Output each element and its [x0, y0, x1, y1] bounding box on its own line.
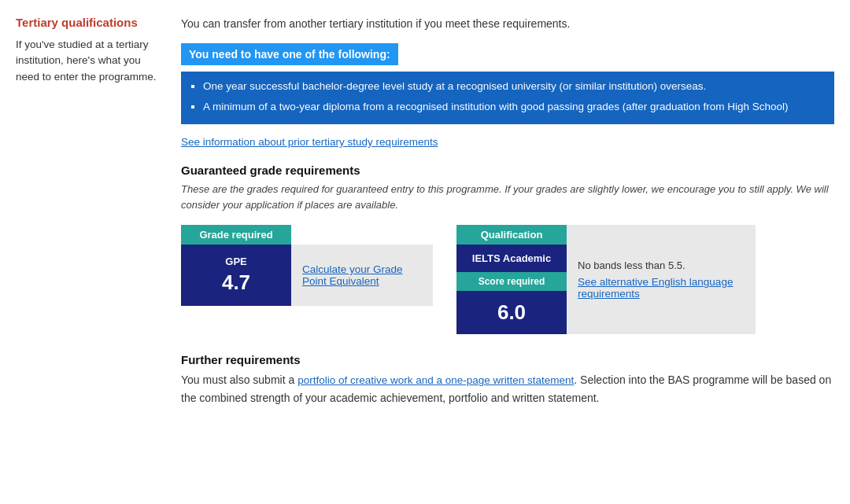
sidebar-description: If you've studied at a tertiary institut…: [16, 37, 157, 85]
further-req-text: You must also submit a portfolio of crea…: [181, 371, 834, 407]
intro-text: You can transfer from another tertiary i…: [181, 16, 834, 32]
gpe-card: Grade required GPE 4.7 Calculate your Gr…: [181, 225, 433, 334]
grade-note: These are the grades required for guaran…: [181, 182, 834, 212]
gpe-label: GPE: [225, 256, 246, 267]
ielts-no-bands-text: No bands less than 5.5.: [578, 259, 745, 271]
ielts-right-info: No bands less than 5.5. See alternative …: [567, 225, 756, 334]
gpe-calc-link[interactable]: Calculate your Grade Point Equivalent: [302, 263, 422, 287]
ielts-name: IELTS Academic: [456, 245, 567, 272]
gpe-side-info: Calculate your Grade Point Equivalent: [291, 245, 433, 306]
list-item: A minimum of a two-year diploma from a r…: [203, 98, 825, 116]
gpe-card-header: Grade required: [181, 225, 291, 245]
portfolio-link[interactable]: portfolio of creative work and a one-pag…: [298, 374, 574, 386]
ielts-card: Qualification IELTS Academic Score requi…: [456, 225, 756, 334]
alt-english-link[interactable]: See alternative English language require…: [578, 276, 745, 300]
ielts-card-body: Qualification IELTS Academic Score requi…: [456, 225, 756, 334]
list-item: One year successful bachelor-degree leve…: [203, 78, 825, 95]
requirement-heading: You need to have one of the following:: [181, 43, 398, 65]
gpe-value-box: GPE 4.7: [181, 245, 291, 306]
sidebar-title: Tertiary qualifications: [16, 16, 157, 29]
sidebar: Tertiary qualifications If you've studie…: [16, 16, 173, 407]
further-text-before: You must also submit a: [181, 373, 298, 386]
grade-section-title: Guaranteed grade requirements: [181, 164, 834, 177]
further-req-title: Further requirements: [181, 353, 834, 366]
grade-cards-row: Grade required GPE 4.7 Calculate your Gr…: [181, 225, 834, 334]
gpe-value: 4.7: [222, 270, 250, 295]
main-content: You can transfer from another tertiary i…: [173, 16, 834, 407]
gpe-card-body: GPE 4.7 Calculate your Grade Point Equiv…: [181, 245, 433, 306]
prior-study-link[interactable]: See information about prior tertiary stu…: [181, 136, 438, 148]
ielts-qual-header: Qualification: [456, 225, 567, 245]
ielts-left-col: Qualification IELTS Academic Score requi…: [456, 225, 567, 334]
ielts-score-header: Score required: [456, 272, 567, 291]
ielts-score-value: 6.0: [456, 291, 567, 334]
requirement-list: One year successful bachelor-degree leve…: [181, 72, 834, 124]
